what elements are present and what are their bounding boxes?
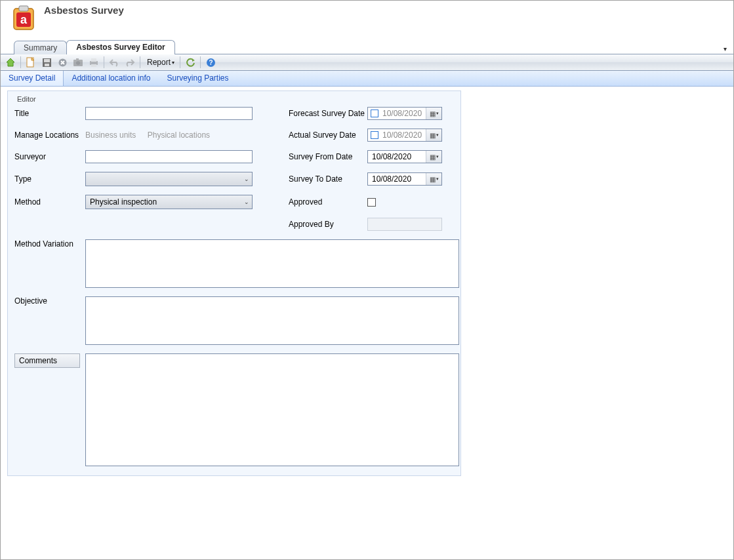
to-date-text: 10/08/2020 <box>368 174 426 184</box>
svg-marker-4 <box>7 58 14 66</box>
toolbar-separator <box>200 56 201 68</box>
editor-panel: Editor Title Forecast Survey Date 10/08/… <box>1 87 733 483</box>
svg-text:a: a <box>20 13 28 26</box>
chevron-down-icon: ⌄ <box>244 199 249 205</box>
cancel-icon[interactable] <box>55 55 70 70</box>
svg-rect-1 <box>19 6 28 11</box>
method-variation-textarea[interactable] <box>85 239 459 288</box>
help-icon[interactable]: ? <box>203 55 218 70</box>
comments-textarea[interactable] <box>85 353 459 466</box>
sub-tab-surveying-parties[interactable]: Surveying Parties <box>159 71 237 86</box>
from-date-picker-button[interactable]: ▦▾ <box>426 151 441 163</box>
sub-tab-survey-detail[interactable]: Survey Detail <box>1 71 64 86</box>
comments-button[interactable]: Comments <box>14 353 80 368</box>
app-title: Asbestos Survey <box>44 5 124 16</box>
label-actual-date: Actual Survey Date <box>289 130 367 140</box>
from-date-text: 10/08/2020 <box>368 152 426 161</box>
toolbar-separator <box>20 56 21 68</box>
svg-rect-12 <box>76 58 79 60</box>
header: a Asbestos Survey <box>1 1 733 40</box>
window: a Asbestos Survey Summary Asbestos Surve… <box>0 0 734 560</box>
forecast-date-picker-button[interactable]: ▦▾ <box>426 108 441 119</box>
toolbar-separator <box>104 56 104 68</box>
camera-icon[interactable] <box>71 55 85 70</box>
svg-point-11 <box>76 61 80 65</box>
from-date-field[interactable]: 10/08/2020 ▦▾ <box>367 150 442 163</box>
editor-frame: Editor Title Forecast Survey Date 10/08/… <box>7 90 461 476</box>
method-value: Physical inspection <box>90 197 157 207</box>
forecast-date-enable-checkbox[interactable] <box>371 110 378 117</box>
link-business-units[interactable]: Business units <box>85 130 136 140</box>
label-forecast-date: Forecast Survey Date <box>289 109 367 118</box>
actual-date-picker-button[interactable]: ▦▾ <box>426 129 441 141</box>
tab-asbestos-survey-editor[interactable]: Asbestos Survey Editor <box>66 40 174 54</box>
svg-rect-8 <box>45 64 49 66</box>
label-objective: Objective <box>14 296 85 306</box>
approved-by-field <box>367 218 442 231</box>
home-icon[interactable] <box>3 55 18 70</box>
label-manage-locations: Manage Locations <box>14 130 85 140</box>
chevron-down-icon: ▾ <box>172 60 174 66</box>
new-icon[interactable] <box>24 55 38 70</box>
chevron-down-icon: ⌄ <box>244 176 249 182</box>
sub-tabs: Survey Detail Additional location info S… <box>1 71 733 87</box>
forecast-date-text: 10/08/2020 <box>381 109 426 118</box>
sub-tab-additional-location[interactable]: Additional location info <box>64 71 159 86</box>
to-date-picker-button[interactable]: ▦▾ <box>426 173 441 185</box>
svg-text:?: ? <box>209 59 213 66</box>
label-title: Title <box>14 109 85 118</box>
svg-rect-14 <box>91 58 96 62</box>
label-method-variation: Method Variation <box>14 239 85 249</box>
label-approved-by: Approved By <box>289 220 367 229</box>
approved-checkbox[interactable] <box>367 198 376 207</box>
objective-textarea[interactable] <box>85 296 459 345</box>
undo-icon[interactable] <box>107 55 121 70</box>
redo-icon[interactable] <box>123 55 137 70</box>
actual-date-field[interactable]: 10/08/2020 ▦▾ <box>367 129 442 142</box>
toolbar: Report ▾ ? <box>1 54 733 71</box>
label-surveyor: Surveyor <box>14 152 85 161</box>
forecast-date-field[interactable]: 10/08/2020 ▦▾ <box>367 107 442 120</box>
type-select[interactable]: ⌄ <box>85 172 253 186</box>
tab-summary[interactable]: Summary <box>14 41 67 54</box>
svg-rect-7 <box>44 59 50 62</box>
manage-locations-links: Business units Physical locations <box>85 130 256 140</box>
print-icon[interactable] <box>87 55 101 70</box>
svg-rect-15 <box>91 64 96 67</box>
to-date-field[interactable]: 10/08/2020 ▦▾ <box>367 172 442 186</box>
tab-overflow-dropdown[interactable]: ▾ <box>724 45 727 52</box>
title-input[interactable] <box>85 107 253 120</box>
actual-date-enable-checkbox[interactable] <box>371 131 378 139</box>
editor-legend: Editor <box>17 95 454 103</box>
report-dropdown[interactable]: Report ▾ <box>143 58 177 67</box>
label-approved: Approved <box>289 197 367 207</box>
toolbar-separator <box>140 56 140 68</box>
label-type: Type <box>14 174 85 184</box>
label-from-date: Survey From Date <box>289 152 367 161</box>
toolbar-separator <box>180 56 180 68</box>
refresh-icon[interactable] <box>183 55 197 70</box>
report-label: Report <box>147 58 171 67</box>
form-grid: Title Forecast Survey Date 10/08/2020 ▦▾… <box>14 107 454 231</box>
app-icon: a <box>10 5 37 32</box>
link-physical-locations[interactable]: Physical locations <box>148 130 210 140</box>
label-to-date: Survey To Date <box>289 174 367 184</box>
surveyor-input[interactable] <box>85 150 253 163</box>
main-tabs: Summary Asbestos Survey Editor ▾ <box>1 40 733 54</box>
method-select[interactable]: Physical inspection ⌄ <box>85 195 253 209</box>
save-icon[interactable] <box>39 55 54 70</box>
actual-date-text: 10/08/2020 <box>381 130 426 140</box>
label-method: Method <box>14 197 85 207</box>
